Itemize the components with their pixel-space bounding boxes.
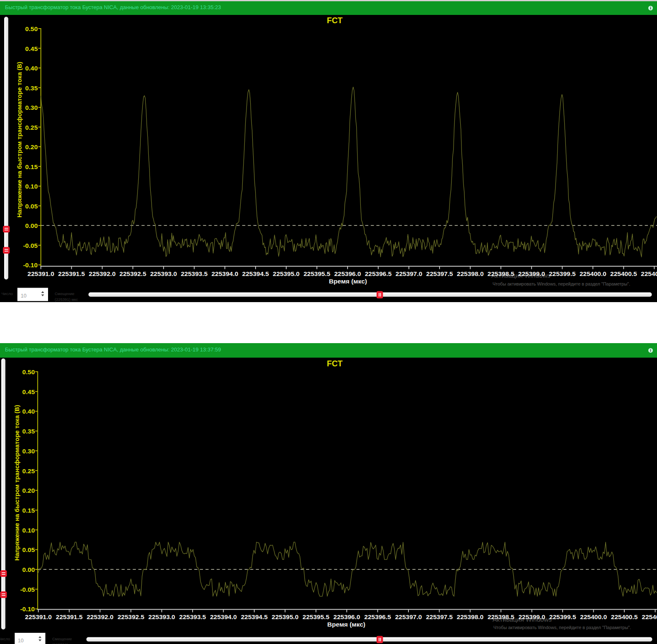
svg-text:225393.5: 225393.5 xyxy=(181,270,208,277)
svg-text:0.40: 0.40 xyxy=(22,408,35,415)
svg-text:0.50: 0.50 xyxy=(22,368,35,375)
svg-text:225398.5: 225398.5 xyxy=(488,270,514,277)
svg-text:Время (мкс): Время (мкс) xyxy=(327,621,365,628)
svg-text:225400.0: 225400.0 xyxy=(580,270,606,277)
svg-text:225399.5: 225399.5 xyxy=(549,270,576,277)
svg-text:-0.10: -0.10 xyxy=(20,605,35,613)
svg-text:225400.5: 225400.5 xyxy=(611,613,638,620)
svg-text:225399.0: 225399.0 xyxy=(518,270,545,277)
svg-text:Чтобы активировать Windows, пе: Чтобы активировать Windows, перейдите в … xyxy=(493,625,631,630)
svg-text:10: 10 xyxy=(21,293,27,299)
svg-text:FCT: FCT xyxy=(327,16,343,25)
svg-text:0.10: 0.10 xyxy=(25,183,38,190)
svg-text:0.35: 0.35 xyxy=(25,85,38,92)
svg-text:FCT: FCT xyxy=(327,359,343,368)
svg-text:225395.5: 225395.5 xyxy=(302,613,329,620)
svg-text:225391.5: 225391.5 xyxy=(58,270,85,277)
svg-text:225395.5: 225395.5 xyxy=(304,270,331,277)
svg-text:225398.0: 225398.0 xyxy=(457,270,484,277)
svg-text:0.45: 0.45 xyxy=(25,45,38,52)
svg-text:225394.5: 225394.5 xyxy=(242,270,269,277)
svg-text:225397.0: 225397.0 xyxy=(395,613,422,620)
svg-text:225391.0: 225391.0 xyxy=(25,613,52,620)
svg-text:-0.10: -0.10 xyxy=(23,261,38,269)
svg-text:-0.05: -0.05 xyxy=(20,586,35,593)
svg-text:(225391) мкс: (225391) мкс xyxy=(52,642,75,644)
svg-text:-0.05: -0.05 xyxy=(23,242,38,249)
svg-text:225396.0: 225396.0 xyxy=(334,270,361,277)
svg-text:225398.0: 225398.0 xyxy=(457,613,484,620)
svg-text:225392.5: 225392.5 xyxy=(118,613,145,620)
svg-text:225391.0: 225391.0 xyxy=(27,270,54,277)
svg-text:0.10: 0.10 xyxy=(22,527,35,534)
svg-text:225394.0: 225394.0 xyxy=(210,613,237,620)
svg-text:0.25: 0.25 xyxy=(25,124,38,131)
svg-text:0.35: 0.35 xyxy=(22,428,35,435)
svg-text:225396.0: 225396.0 xyxy=(333,613,360,620)
svg-text:225400.0: 225400.0 xyxy=(580,613,607,620)
svg-text:0.15: 0.15 xyxy=(22,507,35,514)
svg-text:0.30: 0.30 xyxy=(22,448,35,455)
svg-text:10: 10 xyxy=(18,638,24,644)
svg-text:225392.5: 225392.5 xyxy=(119,270,146,277)
svg-text:(225391) мкс: (225391) мкс xyxy=(55,297,78,302)
svg-text:225394.0: 225394.0 xyxy=(211,270,238,277)
svg-text:225401.0: 225401.0 xyxy=(641,270,657,277)
svg-text:Смещение: Смещение xyxy=(55,291,75,296)
svg-text:Чтобы активировать Windows, пе: Чтобы активировать Windows, перейдите в … xyxy=(493,281,630,286)
svg-text:Напряжение на быстром трансфор: Напряжение на быстром трансформаторе ток… xyxy=(16,62,23,218)
svg-text:Число: Число xyxy=(0,637,10,641)
svg-text:225395.0: 225395.0 xyxy=(272,613,299,620)
svg-text:0.50: 0.50 xyxy=(25,25,38,32)
svg-text:225401.0: 225401.0 xyxy=(642,613,657,620)
svg-text:225396.5: 225396.5 xyxy=(364,613,391,620)
svg-text:0.25: 0.25 xyxy=(22,467,35,475)
svg-text:Смещение: Смещение xyxy=(52,637,72,641)
svg-text:225397.5: 225397.5 xyxy=(426,613,453,620)
svg-text:225391.5: 225391.5 xyxy=(56,613,83,620)
svg-text:0.20: 0.20 xyxy=(25,143,38,150)
svg-text:225396.5: 225396.5 xyxy=(365,270,392,277)
svg-text:225392.0: 225392.0 xyxy=(87,613,114,620)
svg-text:0.15: 0.15 xyxy=(25,163,38,170)
svg-text:Время (мкс): Время (мкс) xyxy=(329,278,367,285)
svg-text:0.00: 0.00 xyxy=(25,222,38,229)
svg-text:Число: Число xyxy=(2,291,13,296)
svg-text:225393.5: 225393.5 xyxy=(179,613,206,620)
svg-text:0.20: 0.20 xyxy=(22,487,35,494)
svg-text:225400.5: 225400.5 xyxy=(610,270,637,277)
svg-text:Напряжение на быстром трансфор: Напряжение на быстром трансформаторе ток… xyxy=(13,405,20,561)
svg-text:225399.5: 225399.5 xyxy=(549,613,576,620)
svg-text:0.40: 0.40 xyxy=(25,65,38,72)
svg-text:225392.0: 225392.0 xyxy=(89,270,116,277)
svg-text:225395.0: 225395.0 xyxy=(273,270,300,277)
svg-text:225393.0: 225393.0 xyxy=(150,270,177,277)
svg-text:225399.0: 225399.0 xyxy=(518,613,545,620)
svg-text:225394.5: 225394.5 xyxy=(241,613,268,620)
svg-text:225398.5: 225398.5 xyxy=(488,613,514,620)
svg-text:225393.0: 225393.0 xyxy=(148,613,175,620)
svg-text:0.45: 0.45 xyxy=(22,388,35,395)
svg-text:225397.5: 225397.5 xyxy=(426,270,453,277)
svg-text:225397.0: 225397.0 xyxy=(396,270,423,277)
svg-text:0.05: 0.05 xyxy=(25,203,38,210)
svg-text:0.30: 0.30 xyxy=(25,104,38,111)
svg-text:0.05: 0.05 xyxy=(22,546,35,553)
svg-text:0.00: 0.00 xyxy=(22,566,35,573)
